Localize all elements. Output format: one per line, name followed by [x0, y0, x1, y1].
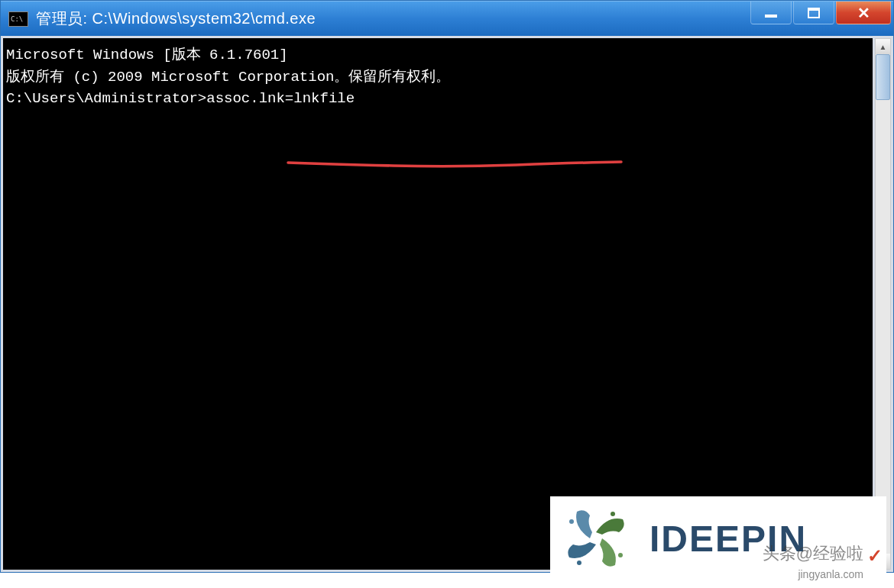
- scroll-track[interactable]: [876, 54, 890, 554]
- svg-point-2: [577, 561, 581, 565]
- window-title: 管理员: C:\Windows\system32\cmd.exe: [36, 8, 316, 29]
- window-controls: ✕: [750, 2, 891, 24]
- minimize-icon: [765, 15, 777, 18]
- watermark-attribution: 头条@经验啦: [763, 542, 863, 565]
- terminal-prompt-line: C:\Users\Administrator>assoc.lnk=lnkfile: [6, 88, 870, 110]
- cmd-window: C:\ 管理员: C:\Windows\system32\cmd.exe ✕ M…: [0, 0, 894, 573]
- scroll-thumb[interactable]: [876, 54, 890, 100]
- watermark-url: jingyanla.com: [798, 568, 863, 580]
- svg-point-0: [611, 512, 615, 516]
- terminal[interactable]: Microsoft Windows [版本 6.1.7601]版权所有 (c) …: [3, 38, 873, 570]
- minimize-button[interactable]: [750, 2, 792, 24]
- watermark-check-icon: ✓: [867, 545, 883, 567]
- red-underline-annotation: [217, 131, 553, 139]
- maximize-icon: [808, 8, 820, 18]
- titlebar[interactable]: C:\ 管理员: C:\Windows\system32\cmd.exe ✕: [1, 1, 893, 36]
- vertical-scrollbar[interactable]: ▲ ▼: [875, 38, 891, 570]
- terminal-output-line: 版权所有 (c) 2009 Microsoft Corporation。保留所有…: [6, 66, 870, 89]
- terminal-container: Microsoft Windows [版本 6.1.7601]版权所有 (c) …: [1, 36, 893, 572]
- cmd-icon: C:\: [8, 11, 28, 27]
- scroll-up-arrow[interactable]: ▲: [876, 39, 890, 54]
- svg-point-3: [569, 519, 574, 524]
- close-button[interactable]: ✕: [836, 2, 891, 24]
- close-icon: ✕: [857, 4, 870, 22]
- terminal-output-line: Microsoft Windows [版本 6.1.7601]: [6, 44, 870, 66]
- maximize-button[interactable]: [793, 2, 834, 24]
- prompt: C:\Users\Administrator>: [6, 90, 206, 107]
- swirl-icon: [558, 500, 634, 577]
- svg-point-1: [618, 553, 623, 557]
- command-input: assoc.lnk=lnkfile: [206, 90, 355, 107]
